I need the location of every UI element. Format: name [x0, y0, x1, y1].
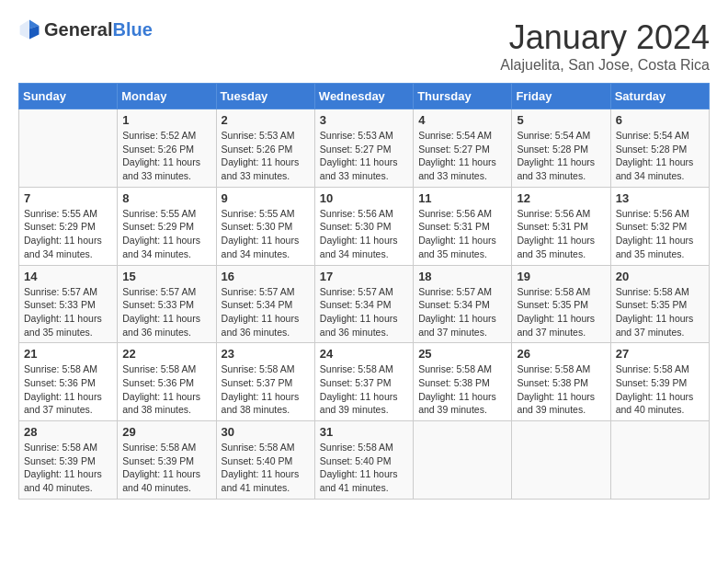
- day-number: 14: [24, 270, 112, 283]
- calendar-header-row: SundayMondayTuesdayWednesdayThursdayFrid…: [19, 84, 710, 109]
- day-number: 13: [616, 191, 704, 205]
- day-number: 5: [517, 113, 605, 127]
- day-header-monday: Monday: [118, 84, 216, 109]
- day-cell: 8Sunrise: 5:55 AMSunset: 5:29 PMDaylight…: [118, 187, 216, 265]
- week-row-4: 28Sunrise: 5:58 AMSunset: 5:39 PMDayligh…: [19, 421, 710, 500]
- day-number: 12: [517, 191, 605, 205]
- day-cell: 26Sunrise: 5:58 AMSunset: 5:38 PMDayligh…: [512, 343, 610, 421]
- day-info: Sunrise: 5:58 AMSunset: 5:39 PMDaylight:…: [24, 441, 112, 495]
- day-header-saturday: Saturday: [610, 84, 709, 109]
- day-info: Sunrise: 5:56 AMSunset: 5:31 PMDaylight:…: [517, 207, 605, 261]
- day-info: Sunrise: 5:55 AMSunset: 5:30 PMDaylight:…: [222, 207, 310, 261]
- day-cell: 18Sunrise: 5:57 AMSunset: 5:34 PMDayligh…: [414, 265, 512, 343]
- day-cell: 27Sunrise: 5:58 AMSunset: 5:39 PMDayligh…: [610, 343, 709, 421]
- day-number: 31: [320, 425, 408, 439]
- day-number: 24: [320, 347, 408, 361]
- day-number: 17: [320, 270, 408, 283]
- day-info: Sunrise: 5:57 AMSunset: 5:34 PMDaylight:…: [418, 285, 506, 339]
- day-info: Sunrise: 5:57 AMSunset: 5:34 PMDaylight:…: [320, 285, 408, 339]
- week-row-3: 21Sunrise: 5:58 AMSunset: 5:36 PMDayligh…: [19, 343, 710, 421]
- day-info: Sunrise: 5:53 AMSunset: 5:27 PMDaylight:…: [320, 129, 408, 183]
- day-info: Sunrise: 5:57 AMSunset: 5:33 PMDaylight:…: [24, 285, 112, 339]
- day-cell: [610, 421, 709, 500]
- day-cell: 16Sunrise: 5:57 AMSunset: 5:34 PMDayligh…: [216, 265, 314, 343]
- day-number: 22: [122, 347, 210, 361]
- day-info: Sunrise: 5:54 AMSunset: 5:28 PMDaylight:…: [517, 129, 605, 183]
- day-number: 29: [122, 425, 210, 439]
- day-number: 18: [418, 270, 506, 283]
- day-info: Sunrise: 5:57 AMSunset: 5:33 PMDaylight:…: [122, 285, 210, 339]
- calendar-subtitle: Alajuelita, San Jose, Costa Rica: [500, 57, 710, 74]
- day-info: Sunrise: 5:57 AMSunset: 5:34 PMDaylight:…: [222, 285, 310, 339]
- week-row-1: 7Sunrise: 5:55 AMSunset: 5:29 PMDaylight…: [19, 187, 710, 265]
- day-number: 10: [320, 191, 408, 205]
- day-number: 16: [222, 270, 310, 283]
- day-info: Sunrise: 5:56 AMSunset: 5:32 PMDaylight:…: [616, 207, 704, 261]
- day-cell: 15Sunrise: 5:57 AMSunset: 5:33 PMDayligh…: [118, 265, 216, 343]
- day-cell: 31Sunrise: 5:58 AMSunset: 5:40 PMDayligh…: [314, 421, 413, 500]
- day-number: 8: [122, 191, 210, 205]
- day-cell: 24Sunrise: 5:58 AMSunset: 5:37 PMDayligh…: [314, 343, 413, 421]
- day-number: 9: [222, 191, 310, 205]
- calendar-title: January 2024: [500, 18, 710, 57]
- day-info: Sunrise: 5:58 AMSunset: 5:35 PMDaylight:…: [517, 285, 605, 339]
- day-cell: 7Sunrise: 5:55 AMSunset: 5:29 PMDaylight…: [19, 187, 118, 265]
- day-info: Sunrise: 5:58 AMSunset: 5:37 PMDaylight:…: [222, 362, 310, 417]
- day-number: 15: [122, 270, 210, 283]
- day-number: 27: [616, 347, 704, 361]
- day-number: 23: [222, 347, 310, 361]
- day-cell: 25Sunrise: 5:58 AMSunset: 5:38 PMDayligh…: [414, 343, 512, 421]
- day-info: Sunrise: 5:58 AMSunset: 5:39 PMDaylight:…: [616, 362, 704, 417]
- day-info: Sunrise: 5:58 AMSunset: 5:35 PMDaylight:…: [616, 285, 704, 339]
- day-number: 20: [616, 270, 704, 283]
- calendar-table: SundayMondayTuesdayWednesdayThursdayFrid…: [18, 83, 710, 500]
- day-cell: 28Sunrise: 5:58 AMSunset: 5:39 PMDayligh…: [19, 421, 118, 500]
- day-info: Sunrise: 5:56 AMSunset: 5:30 PMDaylight:…: [320, 207, 408, 261]
- day-cell: 21Sunrise: 5:58 AMSunset: 5:36 PMDayligh…: [19, 343, 118, 421]
- day-header-wednesday: Wednesday: [314, 84, 413, 109]
- day-header-friday: Friday: [512, 84, 610, 109]
- day-number: 25: [418, 347, 506, 361]
- day-info: Sunrise: 5:56 AMSunset: 5:31 PMDaylight:…: [418, 207, 506, 261]
- title-area: January 2024 Alajuelita, San Jose, Costa…: [500, 18, 710, 74]
- day-number: 30: [222, 425, 310, 439]
- day-number: 1: [122, 113, 210, 127]
- day-number: 21: [24, 347, 112, 361]
- day-cell: 14Sunrise: 5:57 AMSunset: 5:33 PMDayligh…: [19, 265, 118, 343]
- week-row-2: 14Sunrise: 5:57 AMSunset: 5:33 PMDayligh…: [19, 265, 710, 343]
- day-cell: [19, 109, 118, 188]
- day-cell: 29Sunrise: 5:58 AMSunset: 5:39 PMDayligh…: [118, 421, 216, 500]
- logo: GeneralBlue: [18, 18, 153, 40]
- day-cell: 20Sunrise: 5:58 AMSunset: 5:35 PMDayligh…: [610, 265, 709, 343]
- day-cell: 2Sunrise: 5:53 AMSunset: 5:26 PMDaylight…: [216, 109, 314, 188]
- day-info: Sunrise: 5:58 AMSunset: 5:40 PMDaylight:…: [320, 441, 408, 495]
- day-cell: 22Sunrise: 5:58 AMSunset: 5:36 PMDayligh…: [118, 343, 216, 421]
- day-cell: 12Sunrise: 5:56 AMSunset: 5:31 PMDayligh…: [512, 187, 610, 265]
- day-info: Sunrise: 5:58 AMSunset: 5:36 PMDaylight:…: [24, 362, 112, 417]
- day-cell: 1Sunrise: 5:52 AMSunset: 5:26 PMDaylight…: [118, 109, 216, 188]
- day-info: Sunrise: 5:53 AMSunset: 5:26 PMDaylight:…: [222, 129, 310, 183]
- day-info: Sunrise: 5:58 AMSunset: 5:40 PMDaylight:…: [222, 441, 310, 495]
- day-header-sunday: Sunday: [19, 84, 118, 109]
- day-cell: 10Sunrise: 5:56 AMSunset: 5:30 PMDayligh…: [314, 187, 413, 265]
- day-number: 7: [24, 191, 112, 205]
- day-cell: 9Sunrise: 5:55 AMSunset: 5:30 PMDaylight…: [216, 187, 314, 265]
- day-cell: 3Sunrise: 5:53 AMSunset: 5:27 PMDaylight…: [314, 109, 413, 188]
- day-number: 28: [24, 425, 112, 439]
- day-header-tuesday: Tuesday: [216, 84, 314, 109]
- day-cell: [512, 421, 610, 500]
- day-info: Sunrise: 5:58 AMSunset: 5:39 PMDaylight:…: [122, 441, 210, 495]
- week-row-0: 1Sunrise: 5:52 AMSunset: 5:26 PMDaylight…: [19, 109, 710, 188]
- day-number: 3: [320, 113, 408, 127]
- day-cell: 13Sunrise: 5:56 AMSunset: 5:32 PMDayligh…: [610, 187, 709, 265]
- day-number: 26: [517, 347, 605, 361]
- day-info: Sunrise: 5:54 AMSunset: 5:28 PMDaylight:…: [616, 129, 704, 183]
- day-number: 19: [517, 270, 605, 283]
- day-cell: 5Sunrise: 5:54 AMSunset: 5:28 PMDaylight…: [512, 109, 610, 188]
- day-info: Sunrise: 5:58 AMSunset: 5:38 PMDaylight:…: [418, 362, 506, 417]
- day-cell: [414, 421, 512, 500]
- day-cell: 17Sunrise: 5:57 AMSunset: 5:34 PMDayligh…: [314, 265, 413, 343]
- day-cell: 30Sunrise: 5:58 AMSunset: 5:40 PMDayligh…: [216, 421, 314, 500]
- day-info: Sunrise: 5:58 AMSunset: 5:38 PMDaylight:…: [517, 362, 605, 417]
- day-info: Sunrise: 5:55 AMSunset: 5:29 PMDaylight:…: [122, 207, 210, 261]
